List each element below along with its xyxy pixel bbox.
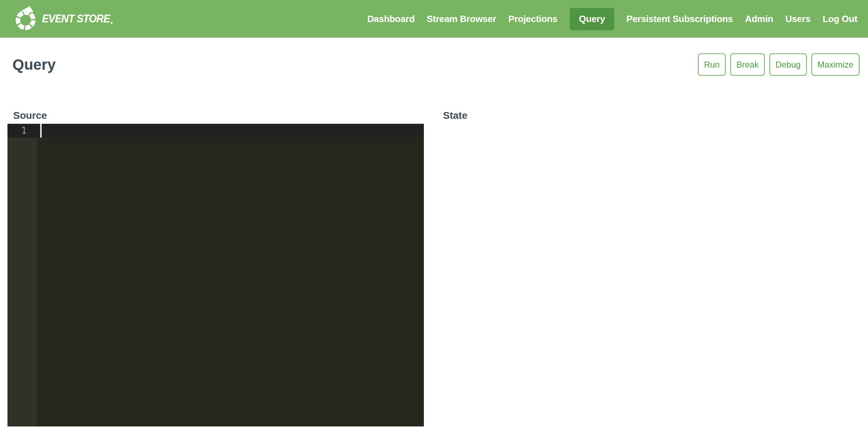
editor-line-number: 1 bbox=[7, 124, 37, 138]
brand-wordmark-text: EVENT STORE bbox=[42, 12, 110, 25]
break-button[interactable]: Break bbox=[730, 53, 765, 76]
nav-item-users[interactable]: Users bbox=[785, 8, 811, 30]
source-panel-label: Source bbox=[13, 110, 424, 122]
nav-item-stream-browser[interactable]: Stream Browser bbox=[427, 8, 496, 30]
app-navbar: EVENT STORE Dashboard Stream Browser Pro… bbox=[0, 0, 868, 38]
query-toolbar: Run Break Debug Maximize bbox=[698, 53, 859, 76]
query-page: Query Run Break Debug Maximize Source 1 … bbox=[0, 53, 868, 426]
content-columns: Source 1 State bbox=[7, 110, 859, 426]
state-panel: State bbox=[443, 110, 859, 426]
nav-item-log-out[interactable]: Log Out bbox=[822, 8, 857, 30]
event-store-logo-icon bbox=[13, 5, 38, 33]
nav-items: Dashboard Stream Browser Projections Que… bbox=[367, 8, 857, 30]
state-content bbox=[443, 124, 859, 195]
maximize-button[interactable]: Maximize bbox=[811, 53, 859, 76]
query-source-editor[interactable]: 1 bbox=[7, 124, 424, 426]
state-panel-label: State bbox=[443, 110, 859, 122]
trademark-dot bbox=[111, 22, 112, 24]
nav-item-dashboard[interactable]: Dashboard bbox=[367, 8, 415, 30]
nav-item-persistent-subscriptions[interactable]: Persistent Subscriptions bbox=[626, 8, 733, 30]
event-store-logo[interactable]: EVENT STORE bbox=[13, 5, 119, 33]
editor-content bbox=[37, 124, 424, 426]
run-button[interactable]: Run bbox=[698, 53, 726, 76]
nav-item-query[interactable]: Query bbox=[570, 8, 615, 30]
source-panel: Source 1 bbox=[7, 110, 424, 426]
brand-wordmark: EVENT STORE bbox=[42, 12, 112, 25]
nav-item-admin[interactable]: Admin bbox=[745, 8, 773, 30]
page-header: Query Run Break Debug Maximize bbox=[12, 53, 859, 76]
nav-item-projections[interactable]: Projections bbox=[508, 8, 557, 30]
page-title: Query bbox=[12, 57, 56, 72]
debug-button[interactable]: Debug bbox=[769, 53, 807, 76]
editor-gutter bbox=[7, 124, 37, 426]
